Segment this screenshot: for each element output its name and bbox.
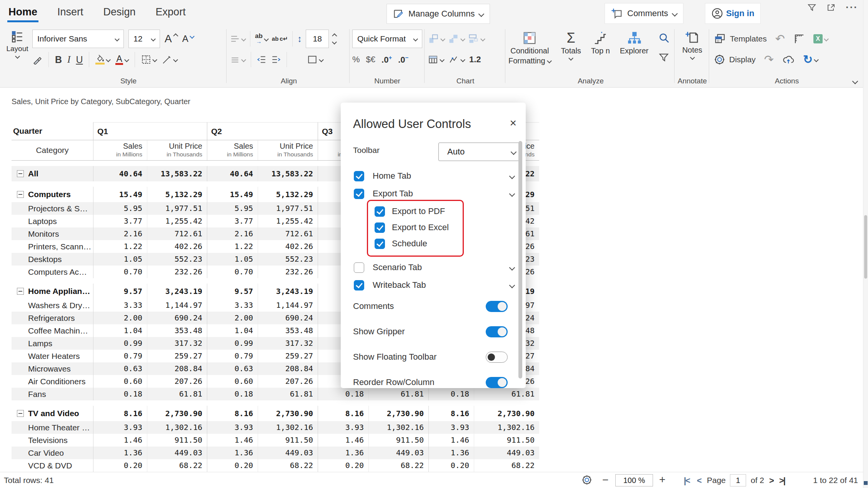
collapse-icon[interactable] (17, 170, 24, 177)
currency-format-button[interactable]: $€ (366, 55, 375, 65)
sign-in-button[interactable]: Sign in (705, 3, 761, 24)
chevron-down-icon[interactable] (509, 191, 515, 197)
top-n-button[interactable]: Top n (591, 31, 610, 55)
increase-font-button[interactable]: A (165, 34, 178, 44)
tab-design[interactable]: Design (103, 6, 136, 18)
table-row[interactable]: VCD & DVD 0.20 68.22 0.20 68.22 0.20 68.… (12, 459, 539, 472)
tab-checkbox[interactable] (354, 171, 364, 181)
chevron-down-icon[interactable] (509, 282, 515, 288)
zoom-level-input[interactable]: 100 % (615, 474, 653, 486)
decrease-font-button[interactable]: A (182, 34, 194, 44)
quarter-header-q2[interactable]: Q2 (207, 122, 318, 140)
filter-icon[interactable] (807, 3, 816, 12)
tab-export[interactable]: Export (156, 6, 186, 18)
chevron-down-icon[interactable] (509, 264, 515, 271)
filter-icon[interactable] (658, 52, 669, 63)
table-row[interactable]: TV and Video 8.16 2,730.90 8.16 2,730.90… (12, 406, 539, 421)
wrap-text-button[interactable]: ab → (255, 33, 268, 44)
decrease-indent-icon[interactable] (257, 55, 267, 65)
tab-checkbox[interactable] (354, 189, 364, 199)
format-painter-icon[interactable] (32, 55, 42, 65)
quick-format-select[interactable]: Quick Format (352, 30, 422, 48)
ruler-icon[interactable] (793, 33, 805, 45)
export-option-checkbox[interactable] (375, 222, 385, 233)
italic-button[interactable]: I (67, 54, 70, 65)
horizontal-align-button[interactable] (230, 34, 245, 44)
next-page-button[interactable]: > (769, 476, 773, 486)
zoom-out-button[interactable]: − (602, 474, 608, 486)
quarter-header-q1[interactable]: Q1 (93, 122, 207, 140)
increase-indent-icon[interactable] (271, 55, 281, 65)
tab-checkbox[interactable] (354, 262, 364, 273)
more-options-icon[interactable]: ··· (846, 2, 858, 13)
number-scale-button[interactable]: 1.2 (469, 55, 481, 65)
cloud-upload-icon[interactable] (782, 54, 795, 65)
font-name-select[interactable]: Inforiver Sans (32, 30, 124, 48)
borders-button[interactable] (141, 55, 157, 65)
table-view-button[interactable] (428, 55, 444, 65)
table-row[interactable]: Car Video 1.36 449.03 1.36 449.03 1.36 4… (12, 447, 539, 459)
measure-header[interactable]: Unit Pricein Thousands (147, 140, 207, 160)
totals-button[interactable]: Σ Totals (561, 31, 581, 60)
comments-button[interactable]: Comments (605, 3, 683, 24)
measure-header[interactable]: Salesin Millions (93, 140, 147, 160)
toggle-switch[interactable] (486, 377, 508, 388)
toggle-switch[interactable] (486, 326, 508, 337)
strikethrough-button[interactable] (162, 55, 177, 65)
tab-checkbox[interactable] (354, 280, 364, 290)
font-color-button[interactable]: A (115, 55, 128, 65)
collapse-icon[interactable] (17, 288, 24, 295)
undo-button[interactable]: ↶ (775, 33, 785, 45)
font-size-select[interactable]: 12 (128, 30, 160, 48)
merge-cells-button[interactable] (307, 55, 323, 65)
manage-columns-button[interactable]: Manage Columns (387, 4, 490, 24)
refresh-button[interactable]: ↻ (803, 54, 818, 65)
scrollbar-thumb[interactable] (864, 215, 867, 279)
chart-layout-button[interactable] (468, 33, 485, 44)
chevron-down-icon[interactable] (509, 173, 515, 179)
page-number-input[interactable]: 1 (730, 474, 746, 486)
row-height-input[interactable]: 18 (306, 30, 329, 48)
focus-mode-icon[interactable] (826, 3, 836, 12)
layout-button[interactable]: Layout (4, 28, 31, 58)
export-option-checkbox[interactable] (375, 206, 385, 217)
collapse-icon[interactable] (17, 410, 24, 417)
percent-format-button[interactable]: % (352, 55, 360, 65)
tab-home[interactable]: Home (8, 6, 37, 18)
collapse-icon[interactable] (17, 191, 24, 198)
display-button[interactable]: Display (714, 54, 756, 65)
explorer-button[interactable]: Explorer (620, 31, 648, 55)
toggle-switch[interactable] (486, 301, 508, 312)
zoom-in-button[interactable]: + (659, 473, 665, 486)
templates-button[interactable]: Templates (714, 33, 767, 45)
conditional-formatting-button[interactable]: Conditional Formatting (508, 31, 551, 65)
measure-header[interactable]: Unit Pricein Thousands (258, 140, 318, 160)
notes-button[interactable]: Notes (677, 28, 708, 59)
underline-button[interactable]: U (76, 54, 83, 65)
redo-button[interactable]: ↷ (764, 54, 774, 65)
increase-decimal-button[interactable]: .0+ (382, 54, 392, 65)
toolbar-mode-select[interactable]: Auto (438, 143, 522, 161)
vertical-align-button[interactable] (230, 55, 245, 65)
search-icon[interactable] (658, 32, 670, 44)
combo-chart-button[interactable] (448, 33, 465, 44)
close-icon[interactable]: × (510, 117, 516, 129)
export-excel-button[interactable]: X (813, 34, 828, 43)
export-option-checkbox[interactable] (375, 239, 385, 249)
dialog-scrollbar[interactable] (518, 141, 522, 378)
toggle-switch[interactable] (486, 352, 508, 363)
fill-color-button[interactable] (95, 55, 110, 65)
first-page-button[interactable]: |< (684, 476, 690, 486)
settings-gear-icon[interactable] (581, 475, 592, 485)
last-page-button[interactable]: >| (779, 476, 785, 486)
table-row[interactable]: Home Theater … 3.93 1,302.16 3.93 1,302.… (12, 421, 539, 434)
decrease-decimal-button[interactable]: .0− (398, 54, 408, 65)
table-row[interactable]: Televisions 1.46 911.50 1.46 911.50 1.46… (12, 434, 539, 447)
row-height-stepper[interactable] (333, 34, 337, 44)
bold-button[interactable]: B (55, 54, 62, 65)
measure-header[interactable]: Salesin Millions (207, 140, 258, 160)
previous-page-button[interactable]: < (697, 476, 701, 486)
shrink-text-button[interactable]: ab c↵ (272, 35, 288, 42)
tab-insert[interactable]: Insert (57, 6, 83, 18)
chart-type-button[interactable] (428, 33, 445, 44)
